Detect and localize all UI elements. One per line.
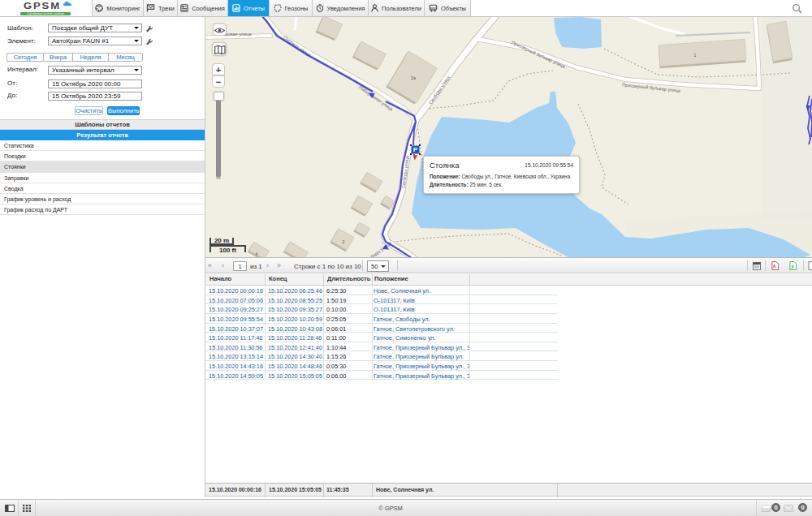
svg-text:2а: 2а (411, 75, 416, 80)
svg-text:2: 2 (343, 239, 345, 244)
svg-text:1: 1 (694, 53, 697, 58)
svg-text:4: 4 (256, 252, 258, 256)
svg-text:x: x (791, 264, 794, 269)
svg-text:A: A (773, 264, 776, 269)
